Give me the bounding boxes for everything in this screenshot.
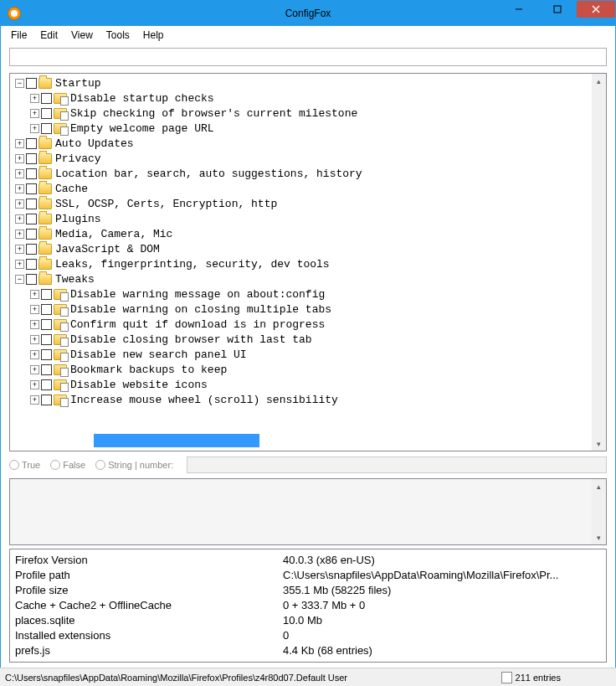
svg-rect-1 xyxy=(554,6,561,13)
tree-row[interactable]: +Media, Camera, Mic xyxy=(10,226,606,241)
collapse-icon[interactable]: − xyxy=(15,79,24,88)
expand-icon[interactable]: + xyxy=(15,230,24,239)
expand-icon[interactable]: + xyxy=(30,350,39,359)
expand-icon[interactable]: + xyxy=(15,260,24,269)
checkbox[interactable] xyxy=(26,274,37,285)
menu-tools[interactable]: Tools xyxy=(100,28,136,43)
info-value: 40.0.3 (x86 en-US) xyxy=(283,553,375,568)
collapse-icon[interactable]: − xyxy=(15,275,24,284)
tree-row[interactable]: −Tweaks xyxy=(10,271,606,286)
tree-row[interactable]: +Skip checking of browser's current mile… xyxy=(10,106,606,121)
checkbox[interactable] xyxy=(26,168,37,179)
checkbox[interactable] xyxy=(26,138,37,149)
menu-view[interactable]: View xyxy=(64,28,100,43)
config-tree[interactable]: −Startup+Disable startup checks+Skip che… xyxy=(10,74,606,409)
expand-icon[interactable]: + xyxy=(15,169,24,178)
scroll-up-icon[interactable]: ▴ xyxy=(592,479,606,493)
checkbox[interactable] xyxy=(41,289,52,300)
expand-icon[interactable]: + xyxy=(30,335,39,344)
expand-icon[interactable]: + xyxy=(30,365,39,374)
checkbox[interactable] xyxy=(41,379,52,390)
checkbox[interactable] xyxy=(41,123,52,134)
checkbox[interactable] xyxy=(26,259,37,270)
checkbox[interactable] xyxy=(41,395,52,405)
expand-icon[interactable]: + xyxy=(30,94,39,103)
titlebar[interactable]: ConfigFox xyxy=(1,1,615,26)
tree-row[interactable]: +Confirm quit if download is in progress xyxy=(10,317,606,332)
folder-icon xyxy=(38,153,52,164)
checkbox[interactable] xyxy=(26,214,37,224)
expand-icon[interactable]: + xyxy=(15,154,24,163)
tree-row[interactable]: +Disable website icons xyxy=(10,377,606,392)
scroll-down-icon[interactable]: ▾ xyxy=(592,530,606,544)
menu-edit[interactable]: Edit xyxy=(33,28,64,43)
radio-string[interactable]: String | number: xyxy=(95,460,173,470)
radio-true[interactable]: True xyxy=(9,460,40,470)
checkbox[interactable] xyxy=(26,244,37,255)
checkbox[interactable] xyxy=(41,108,52,119)
menu-help[interactable]: Help xyxy=(136,28,171,43)
details-scrollbar[interactable]: ▴ ▾ xyxy=(592,479,606,544)
expand-icon[interactable]: + xyxy=(30,305,39,314)
checkbox[interactable] xyxy=(26,229,37,240)
expand-icon[interactable]: + xyxy=(15,214,24,224)
tree-row[interactable]: +Empty welcome page URL xyxy=(10,121,606,136)
scrollbar[interactable]: ▴ ▾ xyxy=(592,74,606,451)
checkbox[interactable] xyxy=(41,364,52,375)
setting-icon xyxy=(54,93,67,104)
tree-row[interactable]: +Auto Updates xyxy=(10,136,606,151)
checkbox[interactable] xyxy=(41,334,52,345)
menu-file[interactable]: File xyxy=(4,28,33,43)
tree-row[interactable]: +Plugins xyxy=(10,211,606,226)
tree-row[interactable]: +SSL, OCSP, Certs, Encryption, http xyxy=(10,196,606,211)
tree-label: Leaks, fingerprinting, security, dev too… xyxy=(55,258,330,271)
tree-row[interactable]: +Disable closing browser with last tab xyxy=(10,332,606,347)
scroll-down-icon[interactable]: ▾ xyxy=(592,436,606,451)
tree-row[interactable]: +Leaks, fingerprinting, security, dev to… xyxy=(10,256,606,271)
checkbox[interactable] xyxy=(41,349,52,360)
search-input[interactable] xyxy=(9,48,607,66)
tree-row[interactable]: +JavaScript & DOM xyxy=(10,241,606,256)
expand-icon[interactable]: + xyxy=(30,109,39,118)
info-value: 4.4 Kb (68 entries) xyxy=(283,643,372,658)
checkbox[interactable] xyxy=(41,319,52,330)
tree-panel: −Startup+Disable startup checks+Skip che… xyxy=(9,73,607,451)
expand-icon[interactable]: + xyxy=(30,380,39,389)
info-value: 10.0 Mb xyxy=(283,613,322,628)
expand-icon[interactable]: + xyxy=(30,290,39,299)
minimize-button[interactable] xyxy=(500,1,538,18)
expand-icon[interactable]: + xyxy=(15,199,24,209)
checkbox[interactable] xyxy=(41,304,52,315)
expand-icon[interactable]: + xyxy=(15,139,24,148)
checkbox[interactable] xyxy=(26,199,37,209)
tree-row[interactable]: +Cache xyxy=(10,181,606,196)
checkbox[interactable] xyxy=(26,78,37,89)
tree-row[interactable]: +Disable warning on closing multiple tab… xyxy=(10,302,606,317)
checkbox[interactable] xyxy=(41,93,52,104)
expand-icon[interactable]: + xyxy=(30,395,39,405)
tree-row[interactable]: +Privacy xyxy=(10,151,606,166)
tree-row[interactable]: +Disable warning message on about:config xyxy=(10,286,606,302)
value-input[interactable] xyxy=(187,456,607,473)
maximize-button[interactable] xyxy=(538,1,577,18)
setting-icon xyxy=(54,379,67,390)
scroll-up-icon[interactable]: ▴ xyxy=(592,74,606,88)
close-button[interactable] xyxy=(577,1,615,18)
checkbox[interactable] xyxy=(26,153,37,164)
expand-icon[interactable]: + xyxy=(15,245,24,254)
radio-false[interactable]: False xyxy=(50,460,85,470)
expand-icon[interactable]: + xyxy=(30,320,39,329)
setting-icon xyxy=(54,334,67,345)
tree-label: Location bar, search, auto suggestions, … xyxy=(55,168,362,180)
tree-row[interactable]: +Increase mouse wheel (scroll) sensibili… xyxy=(10,392,606,407)
tree-row[interactable]: +Bookmark backups to keep xyxy=(10,362,606,377)
tree-row[interactable]: +Disable startup checks xyxy=(10,90,606,106)
tree-row[interactable]: −Startup xyxy=(10,75,606,90)
expand-icon[interactable]: + xyxy=(30,124,39,133)
tree-row[interactable]: +Location bar, search, auto suggestions,… xyxy=(10,166,606,181)
tree-row[interactable]: +Disable new search panel UI xyxy=(10,347,606,362)
checkbox[interactable] xyxy=(26,183,37,194)
info-key: Installed extensions xyxy=(15,628,283,643)
info-row: Profile pathC:\Users\snapfiles\AppData\R… xyxy=(15,568,601,583)
expand-icon[interactable]: + xyxy=(15,184,24,193)
